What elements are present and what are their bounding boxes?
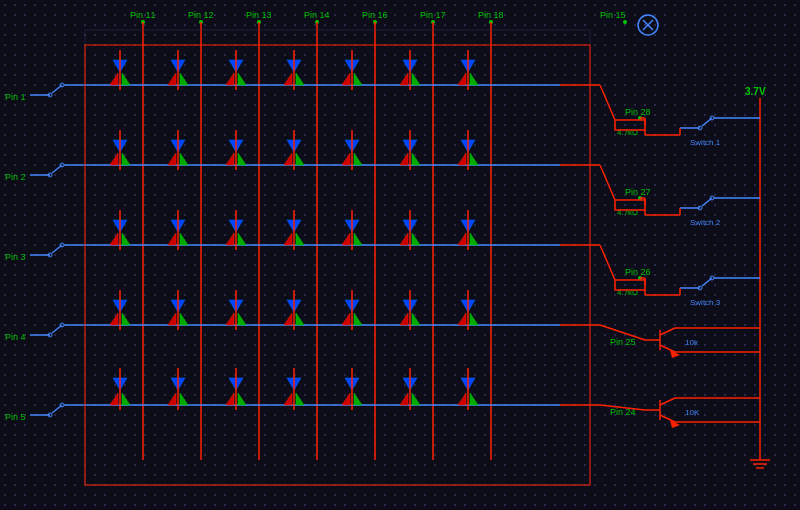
- svg-marker-81: [226, 153, 234, 165]
- led-cell-r3c6: [400, 210, 420, 250]
- svg-marker-129: [110, 313, 118, 325]
- pin-26-label: Pin 26: [625, 267, 651, 277]
- svg-marker-170: [296, 393, 304, 405]
- svg-marker-142: [296, 313, 304, 325]
- svg-line-228: [660, 345, 675, 352]
- led-cell-r2c1: [110, 130, 130, 170]
- svg-marker-54: [238, 73, 246, 85]
- pin-12-label: Pin 12: [188, 10, 214, 20]
- svg-marker-65: [400, 73, 408, 85]
- svg-marker-157: [110, 393, 118, 405]
- svg-marker-181: [458, 393, 466, 405]
- svg-marker-182: [470, 393, 478, 405]
- svg-marker-93: [400, 153, 408, 165]
- pin-27-label: Pin 27: [625, 187, 651, 197]
- svg-marker-117: [342, 233, 350, 245]
- pin-18-label: Pin 18: [478, 10, 504, 20]
- svg-marker-61: [342, 73, 350, 85]
- led-cell-r2c7: [458, 130, 478, 170]
- led-cell-r5c5: [342, 368, 362, 410]
- svg-marker-145: [342, 313, 350, 325]
- led-cell-r5c6: [400, 368, 420, 410]
- pin-3-label: Pin 3: [5, 252, 26, 262]
- svg-line-249: [600, 85, 615, 120]
- svg-marker-105: [168, 233, 176, 245]
- svg-marker-82: [238, 153, 246, 165]
- svg-marker-125: [458, 233, 466, 245]
- led-cell-r5c3: [226, 368, 246, 410]
- svg-line-250: [600, 165, 615, 200]
- svg-marker-137: [226, 313, 234, 325]
- svg-marker-62: [354, 73, 362, 85]
- led-cell-r4c4: [284, 290, 304, 330]
- svg-marker-90: [354, 153, 362, 165]
- svg-marker-122: [412, 233, 420, 245]
- led-cell-r4c3: [226, 290, 246, 330]
- led-cell-r1c6: [400, 50, 420, 90]
- led-cell-r5c4: [284, 368, 304, 410]
- pin-25-label: Pin 25: [610, 337, 636, 347]
- svg-marker-113: [284, 233, 292, 245]
- led-cell-r3c5: [342, 210, 362, 250]
- led-cell-r1c2: [168, 50, 188, 90]
- svg-marker-45: [110, 73, 118, 85]
- svg-marker-169: [284, 393, 292, 405]
- svg-marker-66: [412, 73, 420, 85]
- svg-marker-133: [168, 313, 176, 325]
- svg-marker-110: [238, 233, 246, 245]
- svg-marker-118: [354, 233, 362, 245]
- led-cell-r2c5: [342, 130, 362, 170]
- voltage-label: 3.7V: [745, 86, 766, 97]
- svg-marker-178: [412, 393, 420, 405]
- pin-11-label: Pin 11: [130, 10, 156, 20]
- svg-marker-138: [238, 313, 246, 325]
- switch-3-label: Switch 3: [690, 298, 721, 307]
- svg-marker-102: [122, 233, 130, 245]
- pin-14-label: Pin 14: [304, 10, 330, 20]
- svg-marker-98: [470, 153, 478, 165]
- svg-marker-86: [296, 153, 304, 165]
- led-cell-r3c2: [168, 210, 188, 250]
- led-cell-r1c1: [110, 50, 130, 90]
- svg-marker-53: [226, 73, 234, 85]
- svg-marker-165: [226, 393, 234, 405]
- svg-marker-69: [458, 73, 466, 85]
- pin-28-label: Pin 28: [625, 107, 651, 117]
- led-cell-r3c7: [458, 210, 478, 250]
- pin-5-label: Pin 5: [5, 412, 26, 422]
- svg-marker-158: [122, 393, 130, 405]
- led-cell-r2c2: [168, 130, 188, 170]
- svg-line-235: [660, 415, 675, 422]
- led-cell-r2c4: [284, 130, 304, 170]
- svg-marker-121: [400, 233, 408, 245]
- svg-marker-114: [296, 233, 304, 245]
- svg-marker-58: [296, 73, 304, 85]
- svg-marker-154: [470, 313, 478, 325]
- svg-marker-97: [458, 153, 466, 165]
- svg-marker-153: [458, 313, 466, 325]
- svg-marker-166: [238, 393, 246, 405]
- svg-marker-89: [342, 153, 350, 165]
- led-cell-r4c7: [458, 290, 478, 330]
- pin-4-label: Pin 4: [5, 332, 26, 342]
- led-cell-r1c7: [458, 50, 478, 90]
- led-cell-r1c4: [284, 50, 304, 90]
- svg-marker-109: [226, 233, 234, 245]
- svg-line-234: [660, 398, 675, 405]
- svg-rect-254: [85, 45, 590, 485]
- svg-marker-57: [284, 73, 292, 85]
- switch-1-label: Switch 1: [690, 138, 721, 147]
- svg-marker-85: [284, 153, 292, 165]
- svg-marker-94: [412, 153, 420, 165]
- led-cell-r5c7: [458, 368, 478, 410]
- svg-marker-146: [354, 313, 362, 325]
- svg-marker-126: [470, 233, 478, 245]
- svg-marker-50: [180, 73, 188, 85]
- svg-marker-77: [168, 153, 176, 165]
- led-cell-r4c5: [342, 290, 362, 330]
- pin-13-label: Pin 13: [246, 10, 272, 20]
- svg-marker-46: [122, 73, 130, 85]
- led-cell-r5c2: [168, 368, 188, 410]
- led-cell-r3c4: [284, 210, 304, 250]
- svg-marker-70: [470, 73, 478, 85]
